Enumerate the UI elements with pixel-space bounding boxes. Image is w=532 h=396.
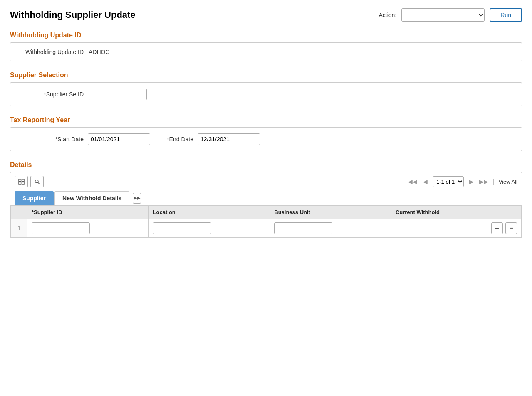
first-page-button[interactable]: ◀◀ [408,177,418,187]
col-header-current-withhold: Current Withhold [391,206,487,219]
location-input[interactable] [153,223,211,234]
details-title: Details [10,161,522,169]
supplier-setid-input-wrap [89,89,147,100]
supplier-id-input-wrap [32,222,90,234]
start-date-label: *Start Date [17,136,84,143]
details-section: Details ◀◀ ◀ [10,161,522,238]
add-remove-buttons: + − [491,222,517,234]
table-row: 1 [11,219,522,238]
tab-supplier[interactable]: Supplier [15,191,54,205]
withholding-update-id-title: Withholding Update ID [10,32,522,39]
svg-rect-13 [22,182,24,184]
action-label: Action: [379,12,397,18]
col-header-business-unit: Business Unit [270,206,391,219]
view-all-link[interactable]: View All [499,179,517,185]
col-header-location: Location [148,206,270,219]
header-actions: Action: Run [379,8,522,22]
last-page-button[interactable]: ▶▶ [479,177,489,187]
view-all-separator: | [493,178,495,185]
end-date-input[interactable] [198,134,260,145]
business-unit-cell [270,219,391,238]
supplier-selection-box: *Supplier SetID [10,82,522,106]
end-date-label: *End Date [160,136,193,143]
svg-line-15 [38,182,39,184]
supplier-id-cell [27,219,149,238]
end-date-field: *End Date [160,133,260,145]
page-select[interactable]: 1-1 of 1 [433,176,464,187]
grid-view-button[interactable] [15,176,28,187]
tab-new-withhold-details[interactable]: New Withhold Details [54,191,129,205]
tab-scroll-button[interactable]: ▶▶ [133,193,141,204]
supplier-setid-input[interactable] [89,89,147,100]
withholding-update-id-value: ADHOC [89,49,110,55]
row-actions-cell: + − [487,219,522,238]
current-withhold-cell [391,219,487,238]
col-header-row-num [11,206,27,219]
supplier-id-input[interactable] [32,223,90,234]
tax-reporting-year-title: Tax Reporting Year [10,116,522,124]
tabs-row: Supplier New Withhold Details ▶▶ [10,191,522,205]
action-select[interactable] [401,8,485,22]
end-date-input-wrap [198,133,260,145]
search-records-button[interactable] [30,176,44,187]
business-unit-input-wrap [274,222,332,234]
svg-rect-10 [18,179,21,181]
location-cell [148,219,270,238]
remove-row-button[interactable]: − [505,222,517,234]
tax-reporting-year-box: *Start Date *End Date [10,127,522,151]
svg-rect-12 [18,182,21,184]
location-input-wrap [153,222,211,234]
details-toolbar: ◀◀ ◀ 1-1 of 1 ▶ ▶▶ | View All [10,172,522,191]
withholding-update-id-box: Withholding Update ID ADHOC [10,42,522,61]
page-header: Withholding Supplier Update Action: Run [10,8,522,22]
details-table: *Supplier ID Location Business Unit Curr… [10,205,522,238]
pagination-controls: ◀◀ ◀ 1-1 of 1 ▶ ▶▶ | View All [408,176,517,187]
prev-page-button[interactable]: ◀ [420,177,430,187]
start-date-input[interactable] [88,134,150,145]
page-title: Withholding Supplier Update [10,10,136,20]
withholding-update-id-label: Withholding Update ID [17,49,84,55]
start-date-input-wrap [88,133,150,145]
col-header-actions [487,206,522,219]
details-outer: ◀◀ ◀ 1-1 of 1 ▶ ▶▶ | View All Supplier N… [10,172,522,238]
start-date-field: *Start Date [17,133,150,145]
supplier-selection-title: Supplier Selection [10,71,522,79]
add-row-button[interactable]: + [491,222,503,234]
next-page-button[interactable]: ▶ [466,177,476,187]
table-header-row: *Supplier ID Location Business Unit Curr… [11,206,522,219]
supplier-setid-label: *Supplier SetID [17,91,84,98]
row-number: 1 [11,219,27,238]
svg-rect-11 [22,179,24,181]
run-button[interactable]: Run [490,8,522,22]
business-unit-input[interactable] [275,223,332,234]
col-header-supplier-id: *Supplier ID [27,206,149,219]
